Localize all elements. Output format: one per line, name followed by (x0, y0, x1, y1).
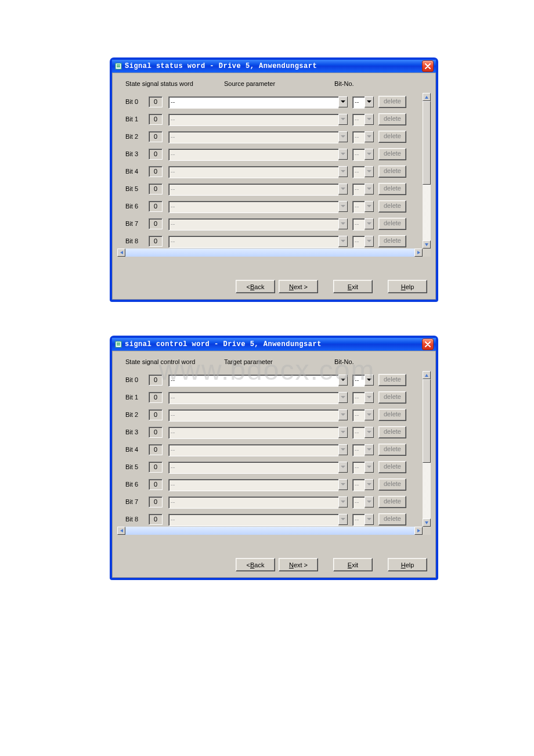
dropdown-icon (365, 392, 374, 403)
param-combo[interactable]: -- (168, 392, 348, 403)
scroll-down-button[interactable] (423, 240, 431, 249)
delete-button[interactable]: delete (378, 461, 406, 473)
scroll-right-button[interactable] (414, 249, 423, 257)
scroll-right-button[interactable] (414, 527, 423, 535)
delete-button[interactable]: delete (378, 374, 406, 386)
dropdown-icon[interactable] (338, 96, 348, 107)
scroll-left-button[interactable] (117, 249, 125, 257)
param-combo[interactable]: -- (168, 479, 348, 490)
bitno-combo[interactable]: -- (352, 479, 374, 490)
param-combo[interactable]: -- (168, 409, 348, 420)
param-combo[interactable]: -- (168, 218, 348, 229)
header-param: Target parameter (224, 358, 334, 365)
dropdown-icon (338, 427, 348, 438)
scroll-down-button[interactable] (423, 519, 431, 527)
delete-button[interactable]: delete (378, 513, 406, 525)
svg-rect-4 (117, 343, 120, 344)
horizontal-scrollbar[interactable] (117, 527, 431, 535)
bitno-combo[interactable]: -- (352, 114, 374, 125)
param-combo[interactable]: -- (168, 201, 348, 212)
exit-button[interactable]: Exit (333, 558, 373, 571)
vertical-scrollbar[interactable] (423, 371, 431, 527)
close-button[interactable] (422, 60, 434, 72)
bitno-value: -- (352, 496, 365, 509)
help-button[interactable]: Help (388, 280, 427, 293)
bit-row: Bit 40----delete (125, 163, 423, 180)
scroll-up-button[interactable] (423, 93, 431, 101)
delete-button[interactable]: delete (378, 409, 406, 421)
param-combo[interactable]: -- (168, 462, 348, 473)
param-combo[interactable]: -- (168, 375, 348, 386)
bitno-combo[interactable]: -- (352, 236, 374, 247)
param-combo[interactable]: -- (168, 96, 348, 107)
param-combo[interactable]: -- (168, 149, 348, 160)
bitno-combo[interactable]: -- (352, 409, 374, 420)
bit-row: Bit 80----delete (125, 232, 423, 249)
back-button[interactable]: < Back (236, 558, 275, 571)
param-combo[interactable]: -- (168, 166, 348, 177)
param-combo[interactable]: -- (168, 427, 348, 438)
delete-button[interactable]: delete (378, 148, 406, 160)
param-combo[interactable]: -- (168, 114, 348, 125)
delete-button[interactable]: delete (378, 96, 406, 108)
bitno-combo[interactable]: -- (352, 183, 374, 195)
delete-button[interactable]: delete (378, 183, 406, 195)
delete-button[interactable]: delete (378, 165, 406, 178)
bitno-combo[interactable]: -- (352, 496, 374, 507)
bitno-combo[interactable]: -- (352, 166, 374, 177)
delete-button[interactable]: delete (378, 113, 406, 125)
delete-button[interactable]: delete (378, 235, 406, 247)
dropdown-icon[interactable] (365, 96, 374, 107)
bitno-combo[interactable]: -- (352, 392, 374, 403)
scroll-thumb[interactable] (423, 379, 431, 463)
delete-button[interactable]: delete (378, 444, 406, 456)
delete-button[interactable]: delete (378, 200, 406, 213)
bitno-combo[interactable]: -- (352, 96, 374, 107)
scroll-track[interactable] (125, 527, 414, 535)
bitno-combo[interactable]: -- (352, 131, 374, 142)
bitno-combo[interactable]: -- (352, 514, 374, 525)
bitno-combo[interactable]: -- (352, 149, 374, 160)
param-combo[interactable]: -- (168, 496, 348, 507)
state-value: 0 (149, 462, 163, 473)
bitno-combo[interactable]: -- (352, 218, 374, 229)
delete-button[interactable]: delete (378, 478, 406, 491)
param-combo[interactable]: -- (168, 236, 348, 247)
delete-button[interactable]: delete (378, 391, 406, 404)
scroll-left-button[interactable] (117, 527, 125, 535)
scroll-track[interactable] (423, 379, 431, 519)
bitno-combo[interactable]: -- (352, 201, 374, 212)
state-value: 0 (149, 427, 163, 438)
state-value: 0 (149, 479, 163, 490)
scroll-track[interactable] (423, 101, 431, 240)
delete-button[interactable]: delete (378, 218, 406, 230)
horizontal-scrollbar[interactable] (117, 249, 431, 257)
scroll-track[interactable] (125, 249, 414, 257)
delete-button[interactable]: delete (378, 426, 406, 438)
close-button[interactable] (422, 339, 434, 350)
param-combo[interactable]: -- (168, 514, 348, 525)
next-button[interactable]: Next > (279, 280, 318, 293)
dropdown-icon[interactable] (365, 375, 374, 386)
help-button[interactable]: Help (388, 558, 427, 571)
vertical-scrollbar[interactable] (423, 93, 431, 249)
param-combo[interactable]: -- (168, 131, 348, 142)
scroll-thumb[interactable] (423, 101, 431, 185)
dropdown-icon (365, 514, 374, 525)
back-button[interactable]: < Back (236, 280, 275, 293)
param-combo[interactable]: -- (168, 183, 348, 195)
bitno-combo[interactable]: -- (352, 462, 374, 473)
param-combo[interactable]: -- (168, 444, 348, 455)
exit-button[interactable]: Exit (333, 280, 373, 293)
bitno-combo[interactable]: -- (352, 427, 374, 438)
bit-label: Bit 0 (125, 376, 149, 383)
bitno-combo[interactable]: -- (352, 444, 374, 455)
delete-button[interactable]: delete (378, 131, 406, 143)
delete-button[interactable]: delete (378, 496, 406, 508)
next-button[interactable]: Next > (279, 558, 318, 571)
dropdown-icon[interactable] (338, 375, 348, 386)
bitno-combo[interactable]: -- (352, 375, 374, 386)
scroll-up-button[interactable] (423, 371, 431, 379)
bit-row: Bit 60----delete (125, 197, 423, 215)
bit-label: Bit 5 (125, 463, 149, 470)
